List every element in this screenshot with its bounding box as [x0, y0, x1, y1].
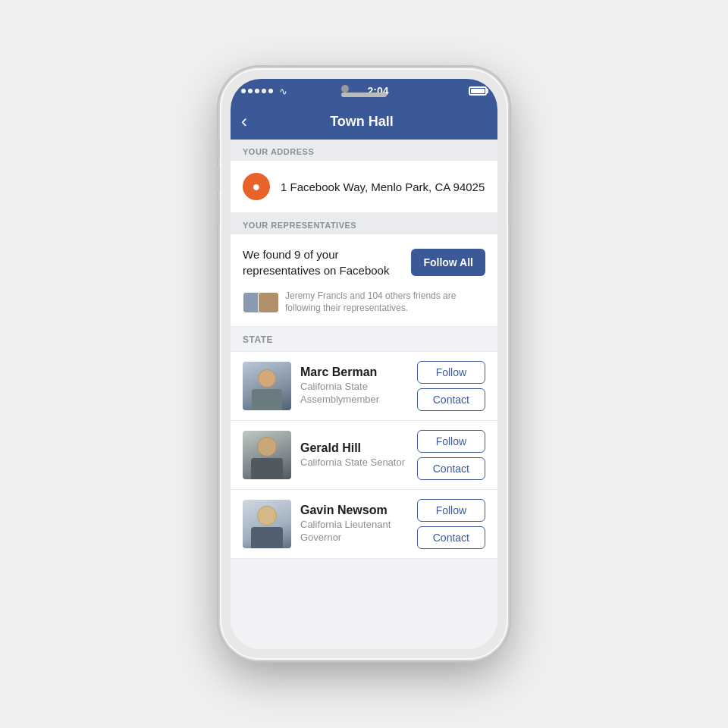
contact-button-gavin[interactable]: Contact — [417, 526, 485, 549]
phone-top-bar — [231, 79, 497, 100]
follow-all-button[interactable]: Follow All — [411, 249, 485, 276]
rep-row-gavin: Gavin Newsom California Lieutenant Gover… — [231, 490, 497, 559]
rep-name-gavin: Gavin Newsom — [300, 504, 408, 517]
rep-name-gerald: Gerald Hill — [300, 441, 408, 455]
phone-screen: ∿ 2:04 ‹ Town Hall YOUR ADDRESS — [231, 79, 497, 649]
rep-actions-gerald: Follow Contact — [417, 430, 485, 480]
speaker — [341, 93, 387, 97]
contact-button-marc[interactable]: Contact — [417, 388, 485, 411]
rep-title-marc: California State Assemblymember — [300, 381, 408, 406]
volume-down-button[interactable] — [216, 201, 220, 225]
representatives-header: We found 9 of your representatives on Fa… — [243, 246, 485, 278]
screen-content: ∿ 2:04 ‹ Town Hall YOUR ADDRESS — [231, 79, 497, 649]
address-row: ● 1 Facebook Way, Menlo Park, CA 94025 — [231, 161, 497, 213]
rep-title-gerald: California State Senator — [300, 457, 408, 469]
contact-button-gerald[interactable]: Contact — [417, 457, 485, 480]
location-pin-icon: ● — [243, 173, 270, 200]
rep-info-gavin: Gavin Newsom California Lieutenant Gover… — [300, 504, 408, 544]
power-button[interactable] — [508, 182, 512, 224]
friends-row: Jeremy Francis and 104 others friends ar… — [243, 287, 485, 314]
address-text: 1 Facebook Way, Menlo Park, CA 94025 — [281, 180, 485, 193]
representatives-section-header: YOUR REPRESENTATIVES — [231, 213, 497, 234]
rep-actions-marc: Follow Contact — [417, 361, 485, 411]
volume-up-button[interactable] — [216, 167, 220, 191]
friend-thumb-2 — [258, 292, 279, 313]
rep-row-gerald: Gerald Hill California State Senator Fol… — [231, 421, 497, 490]
nav-bar: ‹ Town Hall — [231, 103, 497, 140]
phone-frame: ∿ 2:04 ‹ Town Hall YOUR ADDRESS — [220, 68, 508, 660]
back-button[interactable]: ‹ — [241, 112, 247, 130]
representatives-card: We found 9 of your representatives on Fa… — [231, 234, 497, 327]
nav-title: Town Hall — [255, 114, 469, 130]
rep-info-marc: Marc Berman California State Assemblymem… — [300, 366, 408, 406]
rep-title-gavin: California Lieutenant Governor — [300, 519, 408, 544]
follow-button-gavin[interactable]: Follow — [417, 499, 485, 522]
state-section-header: STATE — [231, 327, 497, 352]
follow-button-gerald[interactable]: Follow — [417, 430, 485, 453]
rep-info-gerald: Gerald Hill California State Senator — [300, 441, 408, 469]
address-section-header: YOUR ADDRESS — [231, 140, 497, 161]
rep-row-marc: Marc Berman California State Assemblymem… — [231, 352, 497, 421]
friends-text: Jeremy Francis and 104 others friends ar… — [285, 290, 485, 314]
front-camera — [341, 85, 349, 93]
rep-photo-gavin — [243, 500, 291, 548]
rep-actions-gavin: Follow Contact — [417, 499, 485, 549]
rep-photo-marc — [243, 362, 291, 410]
main-content: YOUR ADDRESS ● 1 Facebook Way, Menlo Par… — [231, 140, 497, 649]
found-text: We found 9 of your representatives on Fa… — [243, 246, 402, 278]
mute-button[interactable] — [216, 140, 220, 157]
friend-thumbnails — [243, 292, 279, 313]
follow-button-marc[interactable]: Follow — [417, 361, 485, 384]
rep-name-marc: Marc Berman — [300, 366, 408, 379]
rep-photo-gerald — [243, 431, 291, 479]
